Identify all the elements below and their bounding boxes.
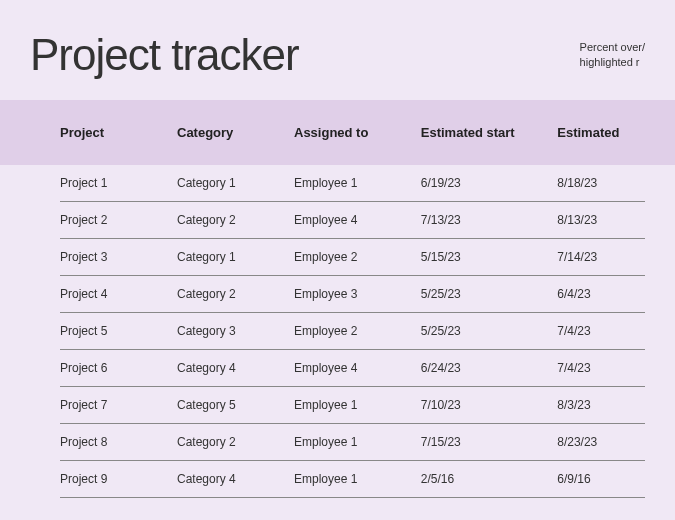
col-header-project: Project <box>60 125 177 140</box>
table-row: Project 7Category 5Employee 17/10/238/3/… <box>60 387 645 424</box>
cell-project: Project 9 <box>60 472 177 486</box>
cell-category: Category 1 <box>177 176 294 190</box>
cell-end: 6/9/16 <box>557 472 645 486</box>
cell-project: Project 8 <box>60 435 177 449</box>
table-header-row: Project Category Assigned to Estimated s… <box>0 100 675 165</box>
cell-assigned: Employee 1 <box>294 472 421 486</box>
table-row: Project 3Category 1Employee 25/15/237/14… <box>60 239 645 276</box>
page-title: Project tracker <box>30 30 299 80</box>
table-row: Project 1Category 1Employee 16/19/238/18… <box>60 165 645 202</box>
cell-end: 8/23/23 <box>557 435 645 449</box>
cell-project: Project 7 <box>60 398 177 412</box>
table-row: Project 5Category 3Employee 25/25/237/4/… <box>60 313 645 350</box>
cell-end: 8/13/23 <box>557 213 645 227</box>
col-header-start: Estimated start <box>421 125 558 140</box>
col-header-end: Estimated <box>557 125 645 140</box>
cell-end: 8/3/23 <box>557 398 645 412</box>
cell-start: 2/5/16 <box>421 472 558 486</box>
table-row: Project 4Category 2Employee 35/25/236/4/… <box>60 276 645 313</box>
cell-end: 7/14/23 <box>557 250 645 264</box>
cell-assigned: Employee 4 <box>294 213 421 227</box>
cell-start: 7/10/23 <box>421 398 558 412</box>
table-body: Project 1Category 1Employee 16/19/238/18… <box>0 165 675 498</box>
cell-end: 7/4/23 <box>557 361 645 375</box>
cell-project: Project 6 <box>60 361 177 375</box>
cell-category: Category 4 <box>177 472 294 486</box>
cell-end: 8/18/23 <box>557 176 645 190</box>
cell-project: Project 1 <box>60 176 177 190</box>
cell-start: 7/13/23 <box>421 213 558 227</box>
cell-project: Project 2 <box>60 213 177 227</box>
cell-start: 6/19/23 <box>421 176 558 190</box>
project-table: Project Category Assigned to Estimated s… <box>0 100 675 498</box>
cell-start: 6/24/23 <box>421 361 558 375</box>
cell-assigned: Employee 3 <box>294 287 421 301</box>
cell-project: Project 3 <box>60 250 177 264</box>
cell-assigned: Employee 2 <box>294 250 421 264</box>
cell-project: Project 4 <box>60 287 177 301</box>
cell-end: 6/4/23 <box>557 287 645 301</box>
cell-category: Category 2 <box>177 213 294 227</box>
cell-assigned: Employee 1 <box>294 398 421 412</box>
cell-assigned: Employee 1 <box>294 176 421 190</box>
cell-assigned: Employee 1 <box>294 435 421 449</box>
cell-start: 5/25/23 <box>421 324 558 338</box>
cell-category: Category 2 <box>177 287 294 301</box>
table-row: Project 2Category 2Employee 47/13/238/13… <box>60 202 645 239</box>
header-note-line1: Percent over/ <box>580 40 645 55</box>
cell-start: 7/15/23 <box>421 435 558 449</box>
cell-start: 5/25/23 <box>421 287 558 301</box>
cell-category: Category 3 <box>177 324 294 338</box>
header: Project tracker Percent over/ highlighte… <box>0 0 675 100</box>
cell-category: Category 4 <box>177 361 294 375</box>
cell-assigned: Employee 4 <box>294 361 421 375</box>
cell-end: 7/4/23 <box>557 324 645 338</box>
table-row: Project 9Category 4Employee 12/5/166/9/1… <box>60 461 645 498</box>
header-note-line2: highlighted r <box>580 55 645 70</box>
col-header-assigned: Assigned to <box>294 125 421 140</box>
cell-category: Category 5 <box>177 398 294 412</box>
col-header-category: Category <box>177 125 294 140</box>
cell-category: Category 1 <box>177 250 294 264</box>
table-row: Project 8Category 2Employee 17/15/238/23… <box>60 424 645 461</box>
cell-category: Category 2 <box>177 435 294 449</box>
cell-start: 5/15/23 <box>421 250 558 264</box>
table-row: Project 6Category 4Employee 46/24/237/4/… <box>60 350 645 387</box>
header-note: Percent over/ highlighted r <box>580 40 645 71</box>
cell-project: Project 5 <box>60 324 177 338</box>
cell-assigned: Employee 2 <box>294 324 421 338</box>
